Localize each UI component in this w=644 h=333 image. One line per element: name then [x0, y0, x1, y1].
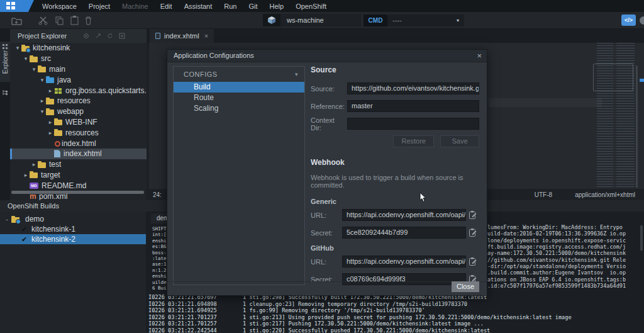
tree-item-label: test — [49, 160, 61, 169]
chevron-closed-icon[interactable]: ▸ — [47, 119, 54, 125]
chevron-closed-icon[interactable]: ▸ — [30, 161, 38, 167]
collapse-all-icon[interactable] — [119, 33, 125, 39]
tree-item-label: index.xhtml — [64, 149, 102, 158]
refresh-icon[interactable] — [107, 33, 113, 39]
tree-item-webapp[interactable]: ▾webapp — [10, 106, 147, 117]
tree-item-target[interactable]: ▸target — [10, 170, 147, 181]
explorer-horizontal-scrollbar[interactable] — [11, 191, 144, 194]
tree-item-java[interactable]: ▾java — [10, 74, 147, 85]
source-input[interactable]: https://github.com/eivantsov/kitchensink… — [347, 82, 479, 94]
console-scrollbar[interactable] — [640, 225, 643, 251]
dialog-title-bar[interactable]: Application Configurations × — [167, 50, 487, 62]
app-logo-icon[interactable] — [0, 0, 34, 12]
machine-selector[interactable]: ws-machine — [263, 14, 361, 26]
configs-header[interactable]: CONFIGS ▾ — [174, 67, 304, 82]
menu-openshift[interactable]: OpenShift — [296, 3, 326, 10]
import-project-icon[interactable] — [11, 15, 22, 26]
build-item-kitchensink-2[interactable]: ✔kitchensink-2 — [0, 234, 146, 244]
folder-icon — [46, 110, 54, 115]
url-input[interactable]: https://api.codenvy.openshift.com/oapi/v… — [342, 256, 466, 268]
copy-edit-icon[interactable] — [469, 210, 479, 220]
config-item-route[interactable]: Route — [174, 93, 304, 103]
close-tab-icon[interactable]: × — [204, 32, 208, 40]
chevron-closed-icon[interactable]: ▸ — [38, 98, 46, 104]
tree-item-index-xhtml[interactable]: index.xhtml — [10, 149, 147, 159]
restore-button[interactable]: Restore — [393, 135, 434, 147]
paste-icon[interactable] — [69, 15, 80, 26]
build-item-kitchensink-1[interactable]: ✔kitchensink-1 — [0, 224, 146, 234]
folder-icon — [46, 99, 54, 104]
file-mime-type: application/xml+xhtml — [575, 191, 635, 198]
menu-run[interactable]: Run — [224, 3, 236, 10]
menu-workspace[interactable]: Workspace — [42, 3, 77, 10]
context-dir-input[interactable] — [347, 118, 479, 130]
chevron-open-icon[interactable]: ▾ — [14, 45, 21, 51]
reference-input[interactable]: master — [347, 100, 479, 112]
tree-item-label: README.md — [42, 181, 86, 190]
settings-icon[interactable] — [83, 33, 89, 39]
tree-item-web-inf[interactable]: ▸WEB-INF — [10, 117, 147, 128]
copy-icon[interactable] — [54, 15, 65, 26]
chevron-closed-icon[interactable]: ▸ — [47, 87, 54, 94]
profile-icon[interactable] — [640, 16, 644, 25]
build-project-demo[interactable]: -demo — [0, 214, 146, 224]
tree-item-label: resources — [65, 128, 99, 137]
link-file-icon[interactable] — [95, 33, 101, 39]
tree-item-label: index.html — [62, 139, 96, 148]
tab-index-xhtml[interactable]: index.xhtml × — [150, 29, 214, 43]
tree-item-label: java — [57, 76, 71, 84]
folder-icon — [54, 120, 62, 125]
explorer-strip-label: Explorer — [2, 50, 9, 74]
save-button[interactable]: Save — [440, 135, 479, 147]
builds-panel-title: OpenShift Builds — [8, 202, 59, 210]
menu-help[interactable]: Help — [270, 3, 284, 10]
file-icon — [155, 33, 160, 39]
code-assistant-button[interactable]: </> — [621, 14, 636, 26]
field-label: URL: — [311, 258, 342, 266]
delete-icon[interactable] — [83, 15, 94, 26]
scroll-annotation-marker[interactable] — [640, 79, 644, 82]
menu-machine[interactable]: Machine — [122, 3, 148, 10]
chevron-open-icon[interactable]: ▾ — [38, 108, 46, 115]
cut-icon[interactable] — [38, 15, 48, 26]
check-icon: ✔ — [21, 235, 31, 244]
chevron-open-icon[interactable]: ▾ — [30, 66, 38, 72]
editor-vertical-scrollbar[interactable] — [636, 65, 638, 188]
copy-edit-icon[interactable] — [469, 257, 479, 266]
chevron-closed-icon[interactable]: ▸ — [47, 130, 54, 136]
collapse-icon[interactable]: - — [3, 215, 11, 223]
tree-item-src[interactable]: ▾src — [10, 54, 147, 64]
tree-item-index-html[interactable]: index.html — [10, 138, 147, 149]
config-item-scaling[interactable]: Scaling — [174, 103, 304, 114]
tree-item-org-jboss-as-quickstarts-kitche[interactable]: ▸org.jboss.as.quickstarts.kitche — [10, 85, 147, 96]
menu-git[interactable]: Git — [248, 3, 257, 10]
console-output-fragment-left: SHIFT int:[ enshi es:86 boss- :late ase:… — [152, 226, 167, 291]
config-item-build[interactable]: Build — [174, 82, 304, 93]
tree-item-label: kitchensink — [33, 43, 70, 52]
hierarchy-icon[interactable] — [2, 87, 8, 98]
url-input[interactable]: https://api.codenvy.openshift.com/oapi/v… — [342, 209, 466, 221]
explorer-strip-tab[interactable]: Explorer — [0, 42, 10, 82]
chevron-closed-icon[interactable]: ▸ — [22, 172, 30, 178]
explorer-header: Project Explorer — [10, 29, 147, 43]
chevron-open-icon[interactable]: ▾ — [38, 77, 46, 83]
tree-item-main[interactable]: ▾main — [10, 64, 147, 75]
tree-item-readme-md[interactable]: MDREADME.md — [10, 180, 147, 191]
menu-edit[interactable]: Edit — [160, 3, 172, 10]
close-icon[interactable]: × — [477, 50, 482, 62]
tree-item-resources[interactable]: ▸resources — [10, 127, 147, 138]
chevron-open-icon[interactable]: ▾ — [22, 55, 30, 62]
tree-item-kitchensink[interactable]: ▾kitchensink — [10, 43, 147, 54]
menu-project[interactable]: Project — [89, 3, 110, 10]
copy-edit-icon[interactable] — [469, 228, 479, 237]
tree-item-label: target — [41, 171, 60, 179]
html-icon — [55, 141, 60, 147]
tree-item-resources[interactable]: ▸resources — [10, 96, 147, 106]
secret-input[interactable]: 5ce82092444b7d99 — [342, 227, 466, 239]
command-dropdown[interactable]: ---- ▾ — [387, 14, 464, 26]
close-button[interactable]: Close — [452, 281, 479, 292]
folder-project-icon — [11, 217, 19, 223]
tree-item-test[interactable]: ▸test — [10, 159, 147, 170]
menu-assistant[interactable]: Assistant — [184, 3, 213, 10]
build-item-label: kitchensink-1 — [31, 225, 75, 234]
